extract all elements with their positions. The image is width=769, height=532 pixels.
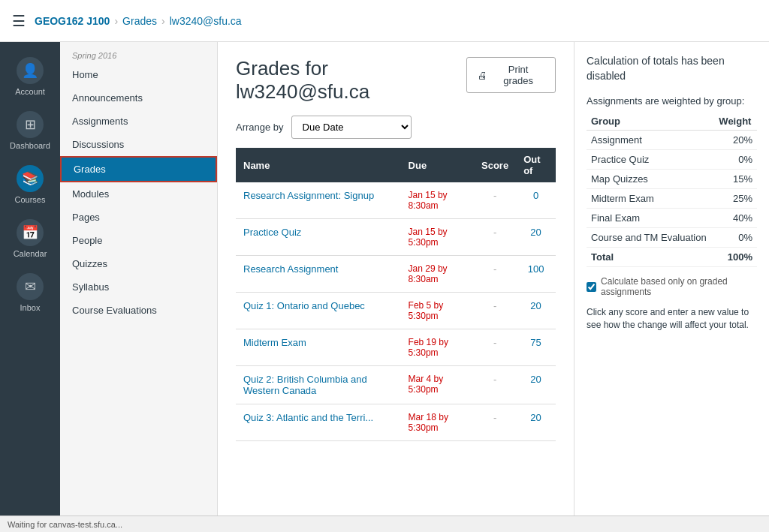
weights-col-weight: Weight xyxy=(714,113,757,131)
weights-row: Final Exam 40% xyxy=(587,209,757,228)
due-time: Jan 29 by 8:30am xyxy=(409,263,448,284)
dashboard-icon: ⊞ xyxy=(17,111,44,138)
sidebar-link-course-evaluations[interactable]: Course Evaluations xyxy=(60,299,217,322)
inbox-icon: ✉ xyxy=(17,273,44,300)
assignment-name-cell: Practice Quiz xyxy=(236,219,401,256)
calc-disabled-text: Calculation of totals has been disabled xyxy=(587,54,757,83)
weights-weight: 0% xyxy=(714,228,757,248)
table-header-row: Name Due Score Out of xyxy=(236,148,556,182)
arrange-by-select[interactable]: Due Date Name Module xyxy=(291,116,412,139)
info-panel: Calculation of totals has been disabled … xyxy=(574,42,769,515)
weights-group: Practice Quiz xyxy=(587,150,714,170)
score-cell[interactable]: 20 xyxy=(516,293,556,329)
table-row: Practice Quiz Jan 15 by 5:30pm - 20 xyxy=(236,219,556,256)
arrange-row: Arrange by Due Date Name Module xyxy=(236,116,556,139)
assignment-link[interactable]: Quiz 3: Atlantic and the Terri... xyxy=(243,412,373,423)
assignment-link[interactable]: Practice Quiz xyxy=(243,227,301,238)
score-cell[interactable]: 75 xyxy=(516,329,556,366)
weights-table: Group Weight Assignment 20% Practice Qui… xyxy=(587,113,757,267)
graded-only-checkbox[interactable] xyxy=(587,282,596,292)
due-time: Jan 15 by 8:30am xyxy=(409,190,448,211)
assignment-link[interactable]: Quiz 1: Ontario and Quebec xyxy=(243,300,365,311)
weights-weight: 40% xyxy=(714,209,757,228)
status-text: Waiting for canvas-test.sfu.ca... xyxy=(8,520,122,529)
assignment-link[interactable]: Midterm Exam xyxy=(243,337,306,348)
col-name: Name xyxy=(236,148,401,182)
sidebar-link-people[interactable]: People xyxy=(60,229,217,252)
sidebar-link-discussions[interactable]: Discussions xyxy=(60,133,217,156)
account-icon: 👤 xyxy=(17,57,44,84)
user-breadcrumb: lw3240@sfu.ca xyxy=(170,15,242,27)
top-section: 👤 Account ⊞ Dashboard 📚 Courses 📅 Calend… xyxy=(0,42,769,515)
weights-header-row: Group Weight xyxy=(587,113,757,131)
weights-group: Map Quizzes xyxy=(587,170,714,189)
due-date-cell: Jan 15 by 5:30pm xyxy=(401,219,474,256)
due-date-cell: Mar 18 by 5:30pm xyxy=(401,404,474,441)
checkbox-row: Calculate based only on graded assignmen… xyxy=(587,276,757,297)
sidebar-link-quizzes[interactable]: Quizzes xyxy=(60,252,217,275)
table-row: Quiz 2: British Columbia and Western Can… xyxy=(236,366,556,404)
grades-table: Name Due Score Out of Research Assignmen… xyxy=(236,148,556,441)
score-cell[interactable]: 20 xyxy=(516,219,556,256)
weights-row: Map Quizzes 15% xyxy=(587,170,757,189)
assignment-name-cell: Quiz 1: Ontario and Quebec xyxy=(236,293,401,329)
table-row: Quiz 1: Ontario and Quebec Feb 5 by 5:30… xyxy=(236,293,556,329)
courses-icon: 📚 xyxy=(17,165,44,192)
nav-item-dashboard[interactable]: ⊞ Dashboard xyxy=(0,104,60,158)
due-time: Feb 5 by 5:30pm xyxy=(409,300,444,321)
dash-cell: - xyxy=(474,329,516,366)
score-cell[interactable]: 20 xyxy=(516,404,556,441)
calendar-icon: 📅 xyxy=(17,219,44,246)
due-time: Jan 15 by 5:30pm xyxy=(409,227,448,248)
nav-item-calendar[interactable]: 📅 Calendar xyxy=(0,212,60,266)
sidebar-link-syllabus[interactable]: Syllabus xyxy=(60,275,217,299)
score-cell[interactable]: 0 xyxy=(516,182,556,219)
score-cell[interactable]: 20 xyxy=(516,366,556,404)
dash-cell: - xyxy=(474,293,516,329)
content-area: Grades for lw3240@sfu.ca 🖨 Print grades … xyxy=(218,42,574,515)
sidebar-link-modules[interactable]: Modules xyxy=(60,182,217,206)
weights-row: Midterm Exam 25% xyxy=(587,189,757,209)
sep1: › xyxy=(114,15,118,27)
grades-breadcrumb[interactable]: Grades xyxy=(122,15,157,27)
weights-group: Final Exam xyxy=(587,209,714,228)
sidebar-link-pages[interactable]: Pages xyxy=(60,206,217,229)
weights-group: Total xyxy=(587,248,714,267)
dash-cell: - xyxy=(474,404,516,441)
assignment-link[interactable]: Quiz 2: British Columbia and Western Can… xyxy=(243,374,367,396)
print-button[interactable]: 🖨 Print grades xyxy=(466,57,556,93)
sidebar-link-home[interactable]: Home xyxy=(60,63,217,86)
global-nav: 👤 Account ⊞ Dashboard 📚 Courses 📅 Calend… xyxy=(0,42,60,515)
course-name[interactable]: GEOG162 J100 xyxy=(35,15,110,27)
assignment-name-cell: Quiz 3: Atlantic and the Terri... xyxy=(236,404,401,441)
sep2: › xyxy=(161,15,165,27)
assignment-link[interactable]: Research Assignment xyxy=(243,263,338,275)
checkbox-label: Calculate based only on graded assignmen… xyxy=(601,276,757,297)
breadcrumb: GEOG162 J100 › Grades › lw3240@sfu.ca xyxy=(35,15,242,27)
nav-item-courses[interactable]: 📚 Courses xyxy=(0,158,60,212)
weights-row: Total 100% xyxy=(587,248,757,267)
table-row: Quiz 3: Atlantic and the Terri... Mar 18… xyxy=(236,404,556,441)
weights-weight: 15% xyxy=(714,170,757,189)
due-time: Mar 4 by 5:30pm xyxy=(409,374,444,395)
sidebar-link-grades[interactable]: Grades xyxy=(60,156,217,182)
nav-label-calendar: Calendar xyxy=(14,249,47,258)
assignment-name-cell: Research Assignment xyxy=(236,256,401,293)
score-cell[interactable]: 100 xyxy=(516,256,556,293)
course-sidebar: Spring 2016 Home Announcements Assignmen… xyxy=(60,42,218,515)
dash-cell: - xyxy=(474,366,516,404)
weights-weight: 100% xyxy=(714,248,757,267)
nav-item-account[interactable]: 👤 Account xyxy=(0,50,60,104)
hamburger-icon[interactable]: ☰ xyxy=(12,12,26,30)
weights-col-group: Group xyxy=(587,113,714,131)
weights-weight: 0% xyxy=(714,150,757,170)
weights-group: Assignment xyxy=(587,131,714,150)
grades-title: Grades for lw3240@sfu.ca xyxy=(236,57,466,104)
nav-label-account: Account xyxy=(15,87,45,96)
nav-item-inbox[interactable]: ✉ Inbox xyxy=(0,266,60,320)
status-bar: Waiting for canvas-test.sfu.ca... xyxy=(0,515,769,532)
dash-cell: - xyxy=(474,219,516,256)
assignment-link[interactable]: Research Assignment: Signup xyxy=(243,190,374,201)
sidebar-link-announcements[interactable]: Announcements xyxy=(60,86,217,110)
sidebar-link-assignments[interactable]: Assignments xyxy=(60,110,217,133)
